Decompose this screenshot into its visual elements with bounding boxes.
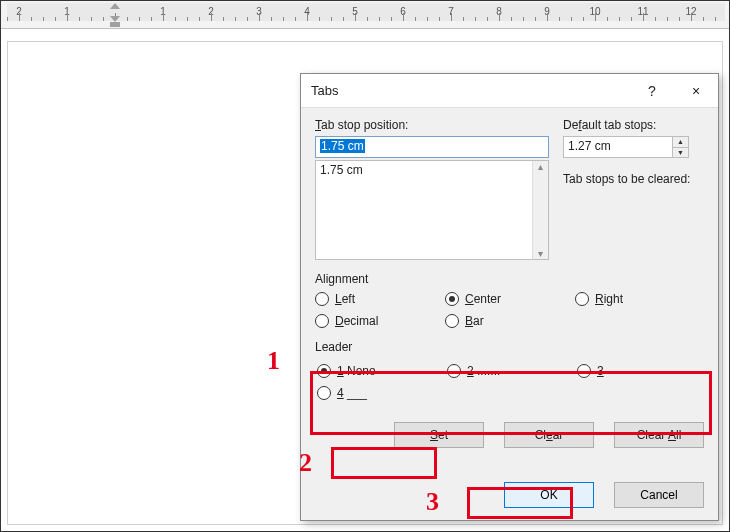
horizontal-ruler[interactable]: 21123456789101112 — [7, 3, 725, 21]
clear-all-button[interactable]: Clear All — [614, 422, 704, 448]
align-bar-radio[interactable]: Bar — [445, 314, 575, 328]
tab-stop-position-input[interactable]: 1.75 cm — [315, 136, 549, 158]
tabs-dialog: Tabs ? × Tab stop position: 1.75 cm 1.75… — [300, 73, 719, 521]
default-tab-stops-label: Default tab stops: — [563, 118, 704, 132]
scroll-down-icon[interactable]: ▾ — [538, 248, 543, 259]
clear-button[interactable]: Clear — [504, 422, 594, 448]
dialog-titlebar: Tabs ? × — [301, 74, 718, 108]
left-indent-marker[interactable] — [110, 22, 120, 27]
tab-stops-cleared-label: Tab stops to be cleared: — [563, 172, 704, 186]
tab-stop-list[interactable]: 1.75 cm ▴ ▾ — [315, 160, 549, 260]
leader-3-dashes-radio[interactable]: 3 ------- — [577, 364, 697, 378]
spinner-down-icon[interactable]: ▼ — [673, 147, 688, 158]
align-decimal-radio[interactable]: Decimal — [315, 314, 445, 328]
spinner-up-icon[interactable]: ▲ — [673, 137, 688, 147]
leader-2-dots-radio[interactable]: 2 ....... — [447, 364, 577, 378]
first-line-indent-marker[interactable] — [110, 3, 120, 9]
default-tab-stops-spinner[interactable]: 1.27 cm ▲ ▼ — [563, 136, 689, 158]
dialog-body: Tab stop position: 1.75 cm 1.75 cm ▴ ▾ — [301, 108, 718, 464]
leader-4-underline-radio[interactable]: 4 ___ — [317, 386, 447, 400]
set-button[interactable]: Set — [394, 422, 484, 448]
list-scrollbar[interactable]: ▴ ▾ — [532, 161, 548, 259]
leader-heading: Leader — [315, 340, 704, 354]
ok-button[interactable]: OK — [504, 482, 594, 508]
dialog-footer: OK Cancel — [301, 464, 718, 520]
alignment-heading: Alignment — [315, 272, 704, 286]
align-right-radio[interactable]: Right — [575, 292, 695, 306]
app-frame: 21123456789101112 Tabs ? × Tab stop posi… — [0, 0, 730, 532]
dialog-title: Tabs — [301, 83, 630, 98]
leader-group: 1 None 2 ....... 3 ------- 4 ___ — [315, 360, 704, 404]
alignment-group: Left Center Right Decimal Bar — [315, 292, 704, 328]
leader-1-none-radio[interactable]: 1 None — [317, 364, 447, 378]
ruler-area: 21123456789101112 — [1, 1, 729, 29]
help-button[interactable]: ? — [630, 74, 674, 108]
tab-stop-position-label: Tab stop position: — [315, 118, 549, 132]
default-tab-stops-value[interactable]: 1.27 cm — [564, 137, 672, 157]
cancel-button[interactable]: Cancel — [614, 482, 704, 508]
close-button[interactable]: × — [674, 74, 718, 108]
tab-stop-list-item[interactable]: 1.75 cm — [320, 163, 528, 177]
align-center-radio[interactable]: Center — [445, 292, 575, 306]
scroll-up-icon[interactable]: ▴ — [538, 161, 543, 172]
align-left-radio[interactable]: Left — [315, 292, 445, 306]
